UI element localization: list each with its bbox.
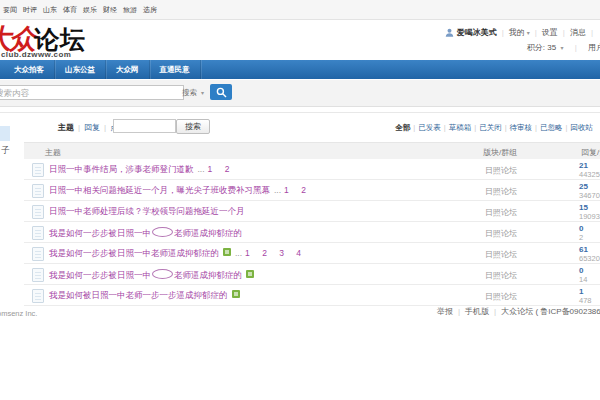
tab-topic[interactable]: 主题 — [58, 122, 84, 133]
reply-count[interactable]: 25 — [579, 182, 600, 191]
points-dropdown[interactable]: 积分: 35 ▾ — [527, 43, 566, 52]
reply-count[interactable]: 1 — [579, 287, 592, 296]
column-header-topic: 主题 — [45, 147, 61, 158]
reply-count[interactable]: 15 — [579, 203, 600, 212]
topbar-link[interactable]: 旅游 — [123, 5, 137, 15]
forum-link[interactable]: 日照论坛 — [485, 228, 517, 239]
view-count: 478 — [579, 296, 592, 305]
ellipsis: ... — [274, 185, 281, 195]
forum-link[interactable]: 日照论坛 — [485, 249, 517, 260]
reply-view-counts: 15 19093 — [579, 203, 600, 221]
nav-item[interactable]: 大众网 — [106, 60, 150, 79]
status-filter[interactable]: 已关闭 — [479, 123, 509, 133]
logo-suffix-text: 论坛 — [34, 25, 86, 53]
thread-search-button[interactable]: 搜索 — [176, 119, 210, 134]
my-menu[interactable]: 我的 ▾ — [509, 27, 542, 38]
topbar-link[interactable]: 体育 — [63, 5, 77, 15]
table-row: 日照一中相关问题拖延近一个月，曝光尖子班收费补习黑幕...1 2 日照论坛 25… — [24, 180, 600, 201]
my-menu-label: 我的 — [509, 27, 525, 38]
forum-link[interactable]: 日照论坛 — [485, 291, 517, 302]
reply-count[interactable]: 0 — [579, 266, 587, 275]
search-button[interactable] — [210, 84, 232, 100]
user-group-link[interactable]: 用户组 — [588, 43, 600, 52]
reply-count[interactable]: 61 — [579, 245, 600, 254]
main-content: 主题 回复 点评 搜索 全部 已发表 草稿箱 已关闭 待审核 已忽略 回收站 — [24, 112, 600, 312]
topbar-link[interactable]: 时评 — [23, 5, 37, 15]
forum-link[interactable]: 日照论坛 — [485, 207, 517, 218]
document-icon — [32, 289, 44, 303]
thread-title-link[interactable]: 日照一中老师处理后续？学校领导问题拖延近一个月... — [49, 206, 245, 218]
main-navigation: 大众拍客 山东公益 大众网 直通民意 — [0, 60, 600, 79]
thread-filter-input[interactable] — [113, 119, 176, 133]
nav-item[interactable]: 大众拍客 — [4, 60, 55, 79]
username: 爱喝冰美式 — [457, 27, 497, 38]
topbar-link[interactable]: 娱乐 — [83, 5, 97, 15]
settings-link[interactable]: 设置 — [542, 27, 570, 38]
view-count: 19093 — [579, 212, 600, 221]
footer-link[interactable]: 举报 — [437, 306, 465, 317]
table-row: 我是如何一步步被日照一中老师逼成抑郁症的...1 2 3 4 日照论坛 61 6… — [24, 243, 600, 264]
thread-title-text-cont: 老师逼成抑郁症的 — [174, 270, 242, 280]
status-filter[interactable]: 全部 — [395, 123, 418, 133]
topbar-link[interactable]: 选房 — [143, 5, 157, 15]
forum-link[interactable]: 日照论坛 — [485, 270, 517, 281]
table-row: 我是如何一步步被日照一中老师逼成抑郁症的... 日照论坛 0 14 — [24, 264, 600, 285]
sidebar-item-fragment[interactable]: 子 — [1, 145, 10, 157]
search-band: 搜索 ▾ — [0, 80, 600, 107]
topbar-link[interactable]: 要闻 — [3, 5, 17, 15]
sidebar-active-item[interactable] — [0, 126, 10, 141]
thread-title-link[interactable]: 日照一中事件结局，涉事老师登门道歉...1 2 — [49, 164, 234, 176]
forum-link[interactable]: 日照论坛 — [485, 165, 517, 176]
thread-title-link[interactable]: 我是如何被日照一中老师一步一步逼成抑郁症的... — [49, 290, 240, 302]
reply-view-counts: 61 65320 — [579, 245, 600, 263]
footer-link[interactable]: 手机版 — [465, 306, 501, 317]
forum-link[interactable]: 日照论坛 — [485, 186, 517, 197]
footer-copyright: 大众论坛 ( 鲁ICP备09023866号 — [501, 306, 600, 317]
top-utility-bar: 要闻 时评 山东 体育 娱乐 财经 旅游 选房 — [0, 0, 600, 20]
table-row: 我是如何一步步被日照一中老师逼成抑郁症的... 日照论坛 0 2 — [24, 222, 600, 243]
status-filter[interactable]: 待审核 — [510, 123, 540, 133]
forum-page: 要闻 时评 山东 体育 娱乐 财经 旅游 选房 大众论坛 club.dzwww.… — [0, 0, 600, 400]
table-row: 日照一中老师处理后续？学校领导问题拖延近一个月... 日照论坛 15 19093 — [24, 201, 600, 222]
ellipsis: ... — [235, 248, 242, 258]
redaction-oval-icon — [152, 269, 173, 279]
view-count: 2 — [579, 233, 583, 242]
reply-view-counts: 1 478 — [579, 287, 592, 305]
nav-item[interactable]: 山东公益 — [55, 60, 106, 79]
redaction-oval-icon — [152, 227, 173, 237]
thread-title-link[interactable]: 我是如何一步步被日照一中老师逼成抑郁症的... — [49, 269, 254, 282]
username-link[interactable]: 爱喝冰美式 — [445, 27, 509, 38]
view-count: 34670 — [579, 191, 600, 200]
thread-title-text: 日照一中老师处理后续？学校领导问题拖延近一个月 — [49, 206, 245, 216]
user-points-bar: 积分: 35 ▾ | 用户组 — [527, 42, 600, 53]
footer-link-list: 举报 手机版 — [437, 306, 501, 317]
status-filter[interactable]: 草稿箱 — [449, 123, 479, 133]
sidebar-fragment: 子 — [0, 113, 10, 298]
topbar-link[interactable]: 山东 — [43, 5, 57, 15]
tab-reply[interactable]: 回复 — [84, 122, 110, 133]
reply-count[interactable]: 0 — [579, 224, 583, 233]
thread-page-links[interactable]: 1 2 — [284, 185, 311, 195]
reply-count[interactable]: 21 — [579, 161, 600, 170]
thread-page-links[interactable]: 1 2 3 4 — [245, 248, 306, 258]
status-filter[interactable]: 已发表 — [418, 123, 448, 133]
thread-title-link[interactable]: 我是如何一步步被日照一中老师逼成抑郁症的...1 2 3 4 — [49, 248, 306, 260]
thread-page-links[interactable]: 1 2 — [208, 164, 235, 174]
status-filter[interactable]: 回收站 — [571, 123, 594, 133]
footer-powered-fragment: omsenz Inc. — [0, 309, 37, 318]
search-icon — [216, 87, 227, 98]
thread-title-text: 日照一中事件结局，涉事老师登门道歉 — [49, 164, 194, 174]
separator: | — [575, 43, 577, 52]
thread-title-link[interactable]: 我是如何一步步被日照一中老师逼成抑郁症的... — [49, 227, 242, 240]
messages-link[interactable]: 消息 — [570, 27, 598, 38]
document-icon — [32, 226, 44, 240]
search-scope-dropdown[interactable]: 搜索 ▾ — [182, 88, 204, 98]
thread-title-text: 我是如何一步步被日照一中 — [49, 270, 151, 280]
user-menu-bar: 爱喝冰美式 我的 ▾ 设置 消息 — [445, 27, 598, 38]
status-filter[interactable]: 已忽略 — [540, 123, 570, 133]
table-header: 主题 版块/群组 回复/查看 — [24, 142, 600, 160]
search-input[interactable] — [0, 85, 184, 100]
topbar-link[interactable]: 财经 — [103, 5, 117, 15]
nav-item[interactable]: 直通民意 — [150, 60, 201, 79]
thread-title-link[interactable]: 日照一中相关问题拖延近一个月，曝光尖子班收费补习黑幕...1 2 — [49, 185, 311, 197]
